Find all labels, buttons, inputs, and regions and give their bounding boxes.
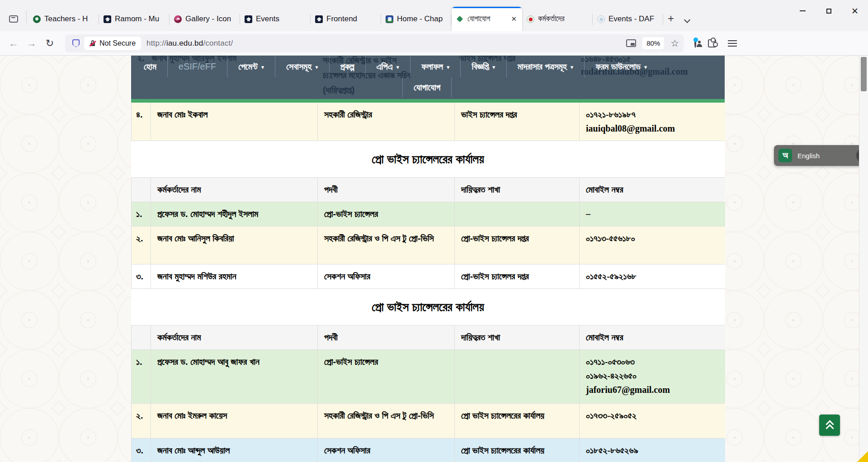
translate-label: English — [797, 152, 856, 160]
tab-Events[interactable]: Events — [240, 7, 311, 31]
cell-name: জনাব মোঃ আব্দুল আউয়াল — [151, 438, 318, 462]
picture-in-picture-icon[interactable] — [626, 39, 636, 47]
account-button[interactable] — [694, 39, 696, 47]
cell-department: প্রো-ভাইস চ্যান্সেলর দপ্তর — [455, 264, 580, 288]
chevron-down-icon: ▾ — [315, 64, 318, 71]
section-title: প্রো ভাইস চ্যান্সেলরের কার্যালয় — [131, 289, 725, 325]
tab-Teachers - H[interactable]: Teachers - H — [28, 7, 99, 31]
main-nav: হোমeSIF/eFFপেমেন্ট▾সেবাসমূহ▾প্রকল্পএপিএ▾… — [131, 56, 725, 103]
tab-Frontend[interactable]: Frontend — [311, 7, 381, 31]
tab-Home - Chap[interactable]: Home - Chap — [381, 7, 452, 31]
table-header-row: কর্মকর্তাদের নামপদবীদায়িত্বরত শাখামোবাই… — [132, 325, 724, 350]
table-row: ২.জনাব মোঃ ইমরুল কায়েসসহকারী রেজিস্ট্রা… — [132, 404, 724, 438]
window-maximize-button[interactable] — [816, 0, 842, 22]
tab-title: কর্মকর্তাদের — [538, 14, 589, 24]
extensions-icon[interactable] — [708, 39, 716, 47]
browser-chrome: Teachers - HRamom - MuGallery - IconEven… — [0, 0, 868, 56]
nav-item-প্রকল্প[interactable]: প্রকল্প — [329, 56, 365, 77]
nav-item-হোম[interactable]: হোম — [133, 56, 167, 77]
cell-contact: ০১৭১৩-৫৫৬১৮০ — [580, 226, 725, 264]
nav-item-সেবাসমূহ[interactable]: সেবাসমূহ▾ — [275, 56, 329, 77]
menu-icon[interactable] — [728, 40, 737, 47]
cell-contact: ০১৭১১-০৫৩০৬৩০১৯৬২-৪২২৬৫০jaforiu67@gmail.… — [580, 350, 725, 403]
phone-text: ০১৭২১-৮৬১৯৮৭ — [586, 108, 719, 122]
nav-item-ফরম ডাউনলোড[interactable]: ফরম ডাউনলোড▾ — [584, 56, 658, 77]
table-row: ২.জনাব মোঃ আনিসুল কিবরিয়াসহকারী রেজিস্ট… — [132, 226, 724, 264]
header-cell: দায়িত্বরত শাখা — [455, 325, 580, 349]
cell-serial: ৩. — [132, 438, 151, 462]
cell-serial: ৪. — [132, 103, 151, 141]
header-cell: দায়িত্বরত শাখা — [455, 178, 580, 202]
table-row: ১.প্রফেসর ড. মোহাম্মদ আবু জাফর খানপ্রো-ভ… — [132, 350, 724, 404]
tab-Ramom - Mu[interactable]: Ramom - Mu — [99, 7, 170, 31]
cell-serial: ৩. — [132, 264, 151, 288]
close-icon: ✕ — [851, 7, 859, 15]
tab-Events - DAF[interactable]: Events - DAF — [593, 7, 663, 31]
phone-text: ০১৫৫২-৫৯২১৬৮ — [586, 269, 719, 283]
tab-যোগাযোগ[interactable]: যোগাযোগ✕ — [452, 7, 522, 31]
new-tab-button[interactable]: + — [668, 12, 674, 25]
nav-item-eSIF/eFF[interactable]: eSIF/eFF — [167, 56, 227, 77]
nav-item-label: পেমেন্ট — [238, 61, 258, 72]
nav-item-label: যোগাযোগ — [414, 82, 440, 93]
minimize-icon — [800, 10, 806, 11]
tab-close-icon[interactable]: ✕ — [509, 14, 519, 24]
nav-item-label: সেবাসমূহ — [286, 61, 311, 72]
maximize-icon — [826, 9, 831, 14]
cell-contact: – — [580, 202, 725, 226]
header-cell: পদবী — [318, 178, 455, 202]
flag-favicon-icon — [527, 15, 534, 23]
contacts-table: কর্মকর্তাদের নামপদবীদায়িত্বরত শাখামোবাই… — [131, 325, 725, 462]
back-button[interactable]: ← — [5, 38, 23, 49]
chevron-down-icon: ▾ — [492, 64, 495, 71]
translate-widget[interactable]: অ English — [774, 145, 868, 166]
cell-department — [455, 350, 580, 403]
phone-text: ০১৯৬২-৪২২৬৫০ — [586, 369, 719, 383]
round-pale-favicon-icon — [597, 15, 605, 23]
window-close-button[interactable]: ✕ — [842, 0, 868, 22]
cell-contact: ০১৮৫২-৮৬৫২৬৯ — [580, 438, 725, 462]
table-row: ৪. জনাব মোঃ ইকবাল সহকারী রেজিস্ট্রার ভাই… — [132, 103, 724, 141]
forward-button[interactable]: → — [23, 38, 41, 49]
tab-title: Gallery - Icon — [185, 14, 236, 24]
tab-title: Home - Chap — [397, 14, 448, 24]
nav-item-বিজ্ঞপ্তি[interactable]: বিজ্ঞপ্তি▾ — [460, 56, 506, 77]
nav-item-মাদরাসার পত্রসমূহ[interactable]: মাদরাসার পত্রসমূহ▾ — [506, 56, 585, 77]
tab-separator — [26, 10, 27, 23]
page-content: ২. জনাব মুহাম্মদ আরিফুল ইসলাম সহকারী রেজ… — [131, 56, 725, 462]
chevron-down-icon: ▾ — [447, 64, 450, 71]
bookmark-star-icon[interactable]: ☆ — [670, 38, 679, 49]
address-bar[interactable]: Not Secure http://iau.edu.bd/contact/ 80… — [65, 34, 684, 52]
tracking-shield-icon[interactable] — [72, 39, 80, 47]
tab-title: Ramom - Mu — [115, 14, 166, 24]
tab-title: Events — [256, 14, 307, 24]
cell-name: প্রফেসর ড. মোহাম্মদ শহীদুল ইসলাম — [151, 202, 318, 226]
scroll-top-button[interactable] — [819, 415, 840, 436]
cell-name: জনাব মোঃ ইকবাল — [151, 103, 318, 141]
chevron-down-icon: ▾ — [261, 64, 264, 71]
vertical-scrollbar[interactable] — [859, 56, 868, 462]
header-cell: কর্মকর্তাদের নাম — [151, 325, 318, 349]
cap-navy-favicon-icon — [315, 15, 323, 23]
nav-item-ফলাফল[interactable]: ফলাফল▾ — [410, 56, 460, 77]
tab-কর্মকর্তাদের[interactable]: কর্মকর্তাদের — [522, 7, 593, 31]
lock-crossed-icon — [90, 40, 96, 47]
nav-item-যোগাযোগ[interactable]: যোগাযোগ — [402, 77, 452, 97]
nav-item-পেমেন্ট[interactable]: পেমেন্ট▾ — [227, 56, 275, 77]
firefox-view-button[interactable] — [5, 11, 22, 27]
zoom-level-badge[interactable]: 80% — [642, 37, 664, 49]
nav-item-এপিএ[interactable]: এপিএ▾ — [365, 56, 410, 77]
window-minimize-button[interactable] — [789, 0, 816, 22]
reload-button[interactable]: ↻ — [41, 38, 59, 49]
corner-marker — [857, 451, 868, 462]
tab-list-chevron-icon[interactable] — [684, 17, 690, 23]
cell-serial: ১. — [132, 350, 151, 403]
cell-position: সেকশন অফিসার — [318, 264, 455, 288]
security-chip[interactable]: Not Secure — [84, 37, 141, 50]
crest-blue-favicon-icon — [386, 15, 393, 23]
page-viewport: ২. জনাব মুহাম্মদ আরিফুল ইসলাম সহকারী রেজ… — [0, 56, 868, 462]
tab-Gallery - Icon[interactable]: Gallery - Icon — [170, 7, 240, 31]
cell-name: জনাব মুহাম্মদ মশিউর রহমান — [151, 264, 318, 288]
scrollbar-thumb[interactable] — [861, 57, 867, 91]
cell-position: প্রো-ভাইস চ্যান্সেলর — [318, 202, 455, 226]
